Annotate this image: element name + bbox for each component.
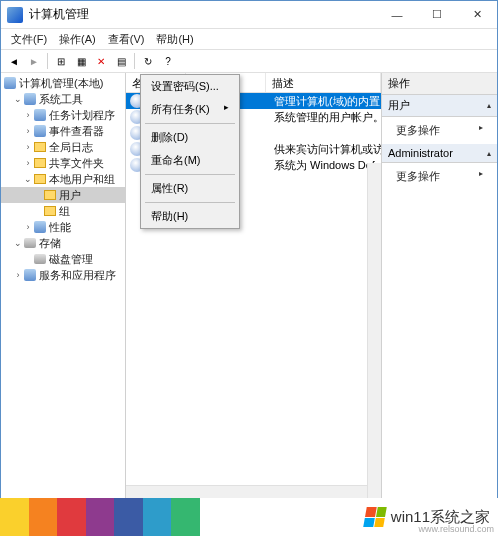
expand-icon[interactable]: ⌄: [23, 174, 33, 184]
close-button[interactable]: ✕: [457, 1, 497, 29]
tree-label: 事件查看器: [49, 124, 104, 139]
tool-icon: [34, 221, 46, 233]
actions-more-admin[interactable]: 更多操作: [382, 163, 497, 190]
toolbar: ◄ ► ⊞ ▦ ✕ ▤ ↻ ?: [1, 49, 497, 73]
delete-button[interactable]: ✕: [92, 52, 110, 70]
tool-icon: [34, 109, 46, 121]
properties-button[interactable]: ▦: [72, 52, 90, 70]
actions-section-title: Administrator: [388, 147, 453, 159]
tree-label: 存储: [39, 236, 61, 251]
tree-label: 用户: [59, 188, 81, 203]
back-button[interactable]: ◄: [5, 52, 23, 70]
tree-node[interactable]: 组: [1, 203, 125, 219]
nav-tree[interactable]: 计算机管理(本地) ⌄系统工具›任务计划程序›事件查看器›全局日志›共享文件夹⌄…: [1, 73, 126, 499]
tree-label: 共享文件夹: [49, 156, 104, 171]
expand-icon[interactable]: ›: [23, 142, 33, 152]
actions-section-admin[interactable]: Administrator ▴: [382, 144, 497, 163]
app-icon: [7, 7, 23, 23]
folder-icon: [44, 206, 56, 216]
stripe: [57, 498, 86, 536]
tool-icon: [24, 269, 36, 281]
col-desc[interactable]: 描述: [266, 73, 381, 92]
folder-icon: [34, 142, 46, 152]
collapse-icon: ▴: [487, 149, 491, 158]
forward-button[interactable]: ►: [25, 52, 43, 70]
tree-node[interactable]: ›共享文件夹: [1, 155, 125, 171]
expand-icon[interactable]: ⌄: [13, 94, 23, 104]
stripe: [171, 498, 200, 536]
menu-separator: [145, 174, 235, 175]
menu-action[interactable]: 操作(A): [53, 30, 102, 49]
actions-section-users[interactable]: 用户 ▴: [382, 95, 497, 117]
context-menu-item[interactable]: 属性(R): [141, 177, 239, 200]
hscrollbar[interactable]: [126, 485, 367, 499]
tree-node[interactable]: 磁盘管理: [1, 251, 125, 267]
tree-label: 系统工具: [39, 92, 83, 107]
row-desc: 管理计算机(域)的内置: [274, 94, 381, 109]
tree-root-label: 计算机管理(本地): [19, 76, 103, 91]
actions-pane: 操作 用户 ▴ 更多操作 Administrator ▴ 更多操作: [382, 73, 497, 499]
titlebar: 计算机管理 — ☐ ✕: [1, 1, 497, 29]
context-menu-item[interactable]: 删除(D): [141, 126, 239, 149]
tree-label: 性能: [49, 220, 71, 235]
tree-label: 组: [59, 204, 70, 219]
toolbar-sep: [134, 53, 135, 69]
tree-label: 服务和应用程序: [39, 268, 116, 283]
context-menu-item[interactable]: 重命名(M): [141, 149, 239, 172]
expand-icon[interactable]: ›: [23, 110, 33, 120]
window-title: 计算机管理: [29, 6, 377, 23]
toolbar-sep: [47, 53, 48, 69]
tree-node[interactable]: ›任务计划程序: [1, 107, 125, 123]
row-desc: 系统管理的用户帐户。: [274, 110, 381, 125]
vscrollbar[interactable]: [367, 163, 381, 499]
minimize-button[interactable]: —: [377, 1, 417, 29]
expand-icon[interactable]: ›: [13, 270, 23, 280]
tree-node[interactable]: ⌄本地用户和组: [1, 171, 125, 187]
tree-node[interactable]: ›性能: [1, 219, 125, 235]
context-menu-item[interactable]: 设置密码(S)...: [141, 75, 239, 98]
tree-node[interactable]: ›服务和应用程序: [1, 267, 125, 283]
menubar: 文件(F) 操作(A) 查看(V) 帮助(H): [1, 29, 497, 49]
tree-label: 全局日志: [49, 140, 93, 155]
color-stripes: [0, 498, 200, 536]
actions-header: 操作: [382, 73, 497, 95]
menu-file[interactable]: 文件(F): [5, 30, 53, 49]
up-button[interactable]: ⊞: [52, 52, 70, 70]
folder-icon: [44, 190, 56, 200]
windows-logo-icon: [363, 507, 387, 527]
tree-node[interactable]: ›事件查看器: [1, 123, 125, 139]
collapse-icon: ▴: [487, 101, 491, 110]
refresh-button[interactable]: ↻: [139, 52, 157, 70]
row-desc: 供来宾访问计算机或访: [274, 142, 381, 157]
tree-label: 任务计划程序: [49, 108, 115, 123]
menu-separator: [145, 123, 235, 124]
tree-node[interactable]: ⌄存储: [1, 235, 125, 251]
tree-root[interactable]: 计算机管理(本地): [1, 75, 125, 91]
expand-icon[interactable]: ›: [23, 158, 33, 168]
tree-node[interactable]: ›全局日志: [1, 139, 125, 155]
stripe: [29, 498, 58, 536]
computer-icon: [4, 77, 16, 89]
footer: win11系统之家 www.relsound.com: [0, 498, 500, 536]
context-menu-item[interactable]: 帮助(H): [141, 205, 239, 228]
tree-node[interactable]: 用户: [1, 187, 125, 203]
menu-help[interactable]: 帮助(H): [150, 30, 199, 49]
watermark-url: www.relsound.com: [418, 524, 494, 534]
export-button[interactable]: ▤: [112, 52, 130, 70]
tool-icon: [24, 93, 36, 105]
tree-label: 本地用户和组: [49, 172, 115, 187]
actions-more-users[interactable]: 更多操作: [382, 117, 497, 144]
folder-icon: [34, 174, 46, 184]
help-button[interactable]: ?: [159, 52, 177, 70]
expand-icon[interactable]: ›: [23, 126, 33, 136]
context-menu[interactable]: 设置密码(S)...所有任务(K)删除(D)重命名(M)属性(R)帮助(H): [140, 74, 240, 229]
maximize-button[interactable]: ☐: [417, 1, 457, 29]
context-menu-item[interactable]: 所有任务(K): [141, 98, 239, 121]
stripe: [0, 498, 29, 536]
tree-node[interactable]: ⌄系统工具: [1, 91, 125, 107]
disk-icon: [34, 254, 46, 264]
disk-icon: [24, 238, 36, 248]
expand-icon[interactable]: ›: [23, 222, 33, 232]
menu-view[interactable]: 查看(V): [102, 30, 151, 49]
expand-icon[interactable]: ⌄: [13, 238, 23, 248]
